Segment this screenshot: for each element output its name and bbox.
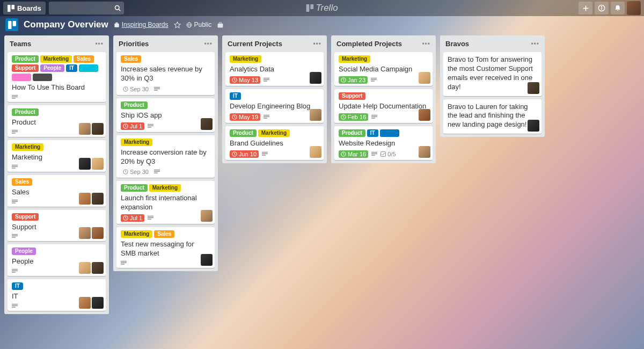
svg-rect-38 bbox=[12, 304, 18, 304]
info-button[interactable] bbox=[595, 2, 609, 14]
list-menu-button[interactable]: ••• bbox=[313, 40, 321, 48]
label: Marketing bbox=[339, 55, 370, 63]
card[interactable]: Bravo to Lauren for taking the lead and … bbox=[443, 99, 541, 134]
visibility-toggle[interactable]: Public bbox=[186, 21, 212, 28]
card-title: Brand Guidelines bbox=[230, 139, 319, 148]
list-title[interactable]: Bravos bbox=[445, 40, 469, 48]
due-date-badge: Jan 23 bbox=[339, 76, 368, 84]
svg-rect-21 bbox=[12, 97, 18, 97]
member-avatar[interactable] bbox=[92, 297, 104, 309]
list-menu-button[interactable]: ••• bbox=[531, 40, 539, 48]
member-avatar[interactable] bbox=[79, 227, 91, 239]
list-title[interactable]: Teams bbox=[10, 40, 31, 48]
label: Marketing bbox=[12, 143, 43, 151]
member-avatar[interactable] bbox=[92, 193, 104, 205]
member-avatar[interactable] bbox=[201, 254, 213, 266]
card[interactable]: ProductShip iOS app Jul 1 bbox=[116, 98, 215, 132]
label: IT bbox=[12, 282, 23, 290]
svg-rect-83 bbox=[371, 155, 375, 155]
svg-rect-22 bbox=[12, 98, 16, 98]
board-title[interactable]: Company Overview bbox=[24, 19, 108, 30]
label: Marketing bbox=[258, 129, 290, 137]
card[interactable]: Bravo to Tom for answering the most Cust… bbox=[443, 52, 541, 96]
member-avatar[interactable] bbox=[419, 146, 430, 158]
user-avatar[interactable] bbox=[627, 1, 641, 15]
svg-rect-58 bbox=[121, 263, 127, 263]
svg-rect-46 bbox=[148, 124, 153, 125]
member-avatar[interactable] bbox=[92, 158, 104, 170]
list-title[interactable]: Priorities bbox=[119, 40, 149, 48]
svg-rect-84 bbox=[381, 151, 386, 156]
svg-rect-30 bbox=[12, 201, 18, 201]
member-avatar[interactable] bbox=[79, 262, 91, 274]
svg-rect-75 bbox=[371, 81, 375, 81]
svg-rect-1 bbox=[11, 5, 14, 9]
label bbox=[12, 74, 31, 81]
star-icon[interactable] bbox=[174, 21, 181, 28]
member-avatar[interactable] bbox=[92, 227, 104, 239]
list-menu-button[interactable]: ••• bbox=[204, 40, 213, 48]
svg-rect-54 bbox=[148, 216, 153, 216]
list-menu-button[interactable]: ••• bbox=[95, 40, 104, 48]
card[interactable]: SalesSales bbox=[8, 175, 106, 207]
boards-button[interactable]: Boards bbox=[3, 2, 46, 14]
member-avatar[interactable] bbox=[79, 193, 91, 205]
member-avatar[interactable] bbox=[79, 297, 91, 309]
card[interactable]: MarketingSocial Media Campaign Jan 23 bbox=[334, 52, 433, 86]
list-title[interactable]: Current Projects bbox=[228, 40, 282, 48]
card[interactable]: ITIT bbox=[8, 279, 106, 311]
card[interactable]: MarketingSalesTest new messaging for SMB… bbox=[116, 227, 215, 268]
due-date-badge: Mar 16 bbox=[339, 150, 368, 158]
member-avatar[interactable] bbox=[419, 72, 430, 84]
member-avatar[interactable] bbox=[310, 146, 321, 158]
member-avatar[interactable] bbox=[201, 210, 213, 222]
member-avatar[interactable] bbox=[92, 123, 104, 135]
card[interactable]: ProductITWebsite Redesign Mar 16 0/5 bbox=[334, 126, 433, 160]
member-avatar[interactable] bbox=[79, 158, 91, 170]
description-badge bbox=[371, 151, 377, 157]
card[interactable]: ProductMarketingBrand Guidelines Jun 10 bbox=[225, 126, 324, 160]
member-avatar[interactable] bbox=[528, 120, 539, 132]
notifications-button[interactable] bbox=[611, 2, 625, 14]
card-title: Ship iOS app bbox=[121, 111, 210, 120]
card[interactable]: ProductProduct bbox=[8, 105, 106, 137]
member-avatar[interactable] bbox=[310, 72, 321, 84]
create-button[interactable] bbox=[579, 2, 592, 14]
member-avatar[interactable] bbox=[92, 262, 104, 274]
card[interactable]: ProductMarketingSalesSupportPeopleITHow … bbox=[8, 52, 106, 102]
card[interactable]: SupportUpdate Help Documentation Feb 16 bbox=[334, 89, 433, 123]
label: People bbox=[40, 64, 64, 72]
svg-rect-36 bbox=[12, 271, 18, 271]
description-badge bbox=[154, 86, 160, 92]
svg-rect-12 bbox=[12, 21, 16, 26]
list-menu-button[interactable]: ••• bbox=[422, 40, 430, 48]
member-avatar[interactable] bbox=[419, 109, 430, 121]
board-logo bbox=[5, 18, 18, 31]
card[interactable]: SalesIncrease sales revenue by 30% in Q3… bbox=[116, 52, 215, 95]
label: Product bbox=[230, 129, 257, 137]
member-avatar[interactable] bbox=[201, 118, 213, 130]
list-title[interactable]: Completed Projects bbox=[336, 40, 402, 48]
trello-logo[interactable]: Trello bbox=[306, 3, 338, 13]
card[interactable]: ITDevelop Engineering Blog May 19 bbox=[225, 89, 324, 123]
member-avatar[interactable] bbox=[79, 123, 91, 135]
briefcase-icon[interactable] bbox=[217, 21, 224, 28]
inspiring-boards-link[interactable]: Inspiring Boards bbox=[114, 21, 169, 28]
label: Sales bbox=[154, 230, 174, 238]
svg-rect-25 bbox=[12, 133, 16, 133]
member-avatar[interactable] bbox=[310, 109, 321, 121]
card[interactable]: MarketingAnalytics Data May 13 bbox=[225, 52, 324, 86]
search-input[interactable] bbox=[49, 2, 124, 14]
card[interactable]: MarketingIncrease conversion rate by 20%… bbox=[116, 135, 215, 178]
list: Priorities•••SalesIncrease sales revenue… bbox=[113, 35, 218, 271]
card[interactable]: SupportSupport bbox=[8, 210, 106, 242]
card[interactable]: PeoplePeople bbox=[8, 244, 106, 276]
card-title: Test new messaging for SMB market bbox=[121, 240, 210, 258]
board-canvas: Teams•••ProductMarketingSalesSupportPeop… bbox=[0, 33, 644, 316]
label: Support bbox=[12, 64, 39, 72]
member-avatar[interactable] bbox=[528, 82, 539, 94]
card[interactable]: MarketingMarketing bbox=[8, 140, 106, 172]
svg-rect-37 bbox=[12, 272, 16, 273]
svg-rect-23 bbox=[12, 130, 18, 130]
card[interactable]: ProductMarketingLaunch first internation… bbox=[116, 181, 215, 224]
